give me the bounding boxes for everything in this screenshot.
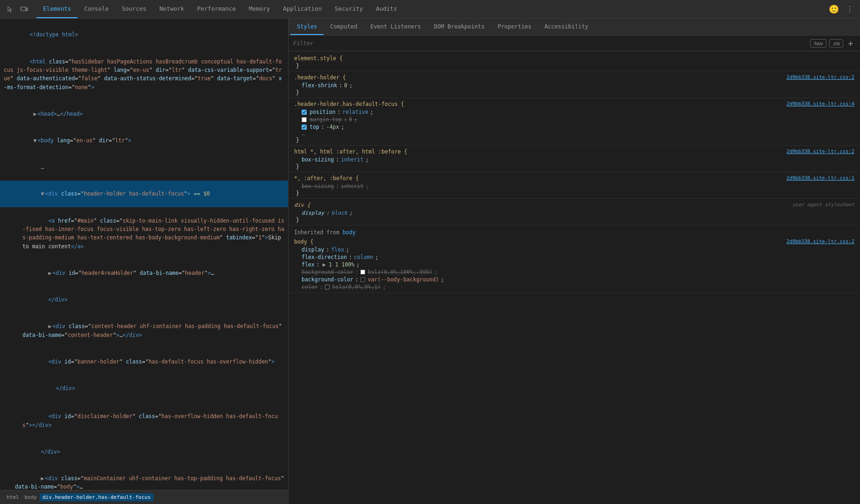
breadcrumb-current[interactable]: div.header-holder.has-default-focus xyxy=(40,493,154,501)
css-prop-checkbox[interactable] xyxy=(302,117,307,122)
css-selector-line: body { 2d9bb338.site-ltr.css:2 xyxy=(294,238,854,245)
css-close-brace: } xyxy=(294,217,854,223)
dom-line[interactable]: </div> xyxy=(0,438,288,465)
feedback-icon[interactable]: 🙂 xyxy=(827,3,840,16)
tab-elements[interactable]: Elements xyxy=(36,0,78,18)
css-source-link[interactable]: 2d9bb338.site-ltr.css:1 xyxy=(787,175,854,181)
css-semicolon: ; xyxy=(354,116,357,123)
css-selector[interactable]: html *, html :after, html :before { xyxy=(294,148,407,155)
tab-sources[interactable]: Sources xyxy=(115,0,153,18)
css-prop-name: display xyxy=(302,246,324,253)
css-selector[interactable]: element.style { xyxy=(294,55,343,62)
css-prop-value[interactable]: var(--body-background) xyxy=(368,276,439,283)
dom-line[interactable]: ▶<div id="headerAreaHolder" data-bi-name… xyxy=(0,260,288,287)
tab-styles[interactable]: Styles xyxy=(290,19,324,35)
css-prop-value[interactable]: column xyxy=(354,254,374,260)
hov-button[interactable]: :hov xyxy=(810,39,826,48)
tab-dom-breakpoints[interactable]: DOM Breakpoints xyxy=(428,19,491,35)
dom-line[interactable]: </div> xyxy=(0,375,288,402)
dom-line[interactable]: <html class="hasSidebar hasPageActions h… xyxy=(0,48,288,100)
color-swatch[interactable] xyxy=(360,270,365,274)
dom-line[interactable]: … xyxy=(0,154,288,181)
dom-line[interactable]: ▶<head>…</head> xyxy=(0,101,288,127)
cls-button[interactable]: .cls xyxy=(829,39,844,48)
tab-console[interactable]: Console xyxy=(78,0,115,18)
css-selector[interactable]: *, :after, :before { xyxy=(294,175,359,182)
css-prop-value[interactable]: inherit xyxy=(341,183,363,189)
dom-line[interactable]: <div id="banner-holder" class="has-defau… xyxy=(0,348,288,375)
dom-line-selected[interactable]: ▼<div class="header-holder has-default-f… xyxy=(0,181,288,207)
css-selector[interactable]: div { xyxy=(294,202,310,208)
css-source-link[interactable]: 2d9bb338.site-ltr.css:2 xyxy=(787,148,854,154)
css-selector[interactable]: body { xyxy=(294,238,314,245)
css-prop-value[interactable]: -4px xyxy=(326,124,339,130)
inherited-header: Inherited from body xyxy=(289,226,860,237)
main-layout: <!doctype html> <html class="hasSidebar … xyxy=(0,19,860,504)
css-semicolon: ; xyxy=(370,109,374,115)
dom-line[interactable]: ▼<body lang="en-us" dir="ltr"> xyxy=(0,127,288,154)
css-source-agent: user agent stylesheet xyxy=(792,202,854,207)
css-prop-checkbox[interactable] xyxy=(302,110,307,115)
css-source-link[interactable]: 2d9bb338.site-ltr.css:4 xyxy=(787,101,854,106)
dom-line[interactable]: </div> xyxy=(0,287,288,313)
css-prop-value[interactable]: 1 1 100% xyxy=(329,261,354,268)
css-selector-line: div { user agent stylesheet xyxy=(294,202,854,208)
tab-accessibility[interactable]: Accessibility xyxy=(538,19,595,35)
dom-line[interactable]: <a href="#main" class="skip-to-main-link… xyxy=(0,207,288,259)
inherited-element-link[interactable]: body xyxy=(343,229,356,236)
css-selector-line: .header-holder { 2d9bb338.site-ltr.css:2 xyxy=(294,74,854,81)
tab-application[interactable]: Application xyxy=(276,0,328,18)
cursor-icon[interactable] xyxy=(4,3,17,16)
css-colon: : xyxy=(336,156,339,163)
css-prop-line: display : flex ; xyxy=(294,246,854,253)
breadcrumb-body[interactable]: body xyxy=(22,493,40,501)
css-selector[interactable]: .header-holder.has-default-focus { xyxy=(294,101,404,107)
css-prop-value[interactable]: 0 xyxy=(344,82,347,89)
filter-input[interactable] xyxy=(293,40,806,47)
css-prop-value[interactable]: hsla(0,0%,9%,1) xyxy=(332,284,381,290)
dom-line[interactable]: ▶<div class="content-header uhf-containe… xyxy=(0,313,288,349)
tab-audits[interactable]: Audits xyxy=(369,0,403,18)
color-swatch[interactable] xyxy=(360,277,365,282)
tab-memory[interactable]: Memory xyxy=(242,0,276,18)
css-prop-value[interactable]: inherit xyxy=(341,156,363,163)
toolbar-right: 🙂 ⋮ xyxy=(827,3,856,16)
css-prop-value[interactable]: relative xyxy=(342,109,368,115)
tab-computed[interactable]: Computed xyxy=(324,19,364,35)
css-prop-name: box-sizing xyxy=(302,183,334,189)
tab-event-listeners[interactable]: Event Listeners xyxy=(364,19,427,35)
css-prop-value[interactable]: 0 xyxy=(349,116,352,123)
tab-properties[interactable]: Properties xyxy=(491,19,538,35)
css-prop-checkbox[interactable] xyxy=(302,125,307,130)
tab-nav: Elements Console Sources Network Perform… xyxy=(36,0,403,18)
dom-line[interactable]: <div id="disclaimer-holder" class="has-o… xyxy=(0,402,288,439)
dom-line[interactable]: ▶<div class="mainContainer uhf-container… xyxy=(0,465,288,490)
tab-network[interactable]: Network xyxy=(153,0,191,18)
styles-content: element.style { } .header-holder { 2d9bb… xyxy=(289,51,860,504)
css-prop-value[interactable]: flex xyxy=(331,246,344,253)
css-prop-value[interactable]: hsla(0,0%,100%,.999) xyxy=(368,269,432,275)
css-selector-line: .header-holder.has-default-focus { 2d9bb… xyxy=(294,101,854,107)
color-swatch[interactable] xyxy=(325,285,330,289)
add-rule-button[interactable]: + xyxy=(846,39,855,48)
toolbar: Elements Console Sources Network Perform… xyxy=(0,0,860,19)
tab-performance[interactable]: Performance xyxy=(190,0,242,18)
css-selector[interactable]: .header-holder { xyxy=(294,74,346,81)
dom-line[interactable]: <!doctype html> xyxy=(0,21,288,48)
css-semicolon: ; xyxy=(441,276,444,283)
css-prop-name: display xyxy=(302,210,324,216)
css-source-link[interactable]: 2d9bb338.site-ltr.css:2 xyxy=(787,74,854,80)
css-semicolon: ; xyxy=(375,254,378,260)
css-semicolon: ; xyxy=(382,284,386,290)
css-prop-name: box-sizing xyxy=(302,156,334,163)
tab-security[interactable]: Security xyxy=(328,0,369,18)
css-prop-line: flex : ▶ 1 1 100% ; xyxy=(294,261,854,268)
css-colon: : xyxy=(326,246,329,253)
css-source-link[interactable]: 2d9bb338.site-ltr.css:2 xyxy=(787,238,854,244)
css-prop-line: box-sizing : inherit ; xyxy=(294,156,854,163)
more-options-icon[interactable]: ⋮ xyxy=(843,3,856,16)
breadcrumb-html[interactable]: html xyxy=(4,493,22,501)
css-prop-line: position : relative ; xyxy=(294,108,854,116)
css-prop-value[interactable]: block xyxy=(331,210,347,216)
device-icon[interactable] xyxy=(18,3,31,16)
